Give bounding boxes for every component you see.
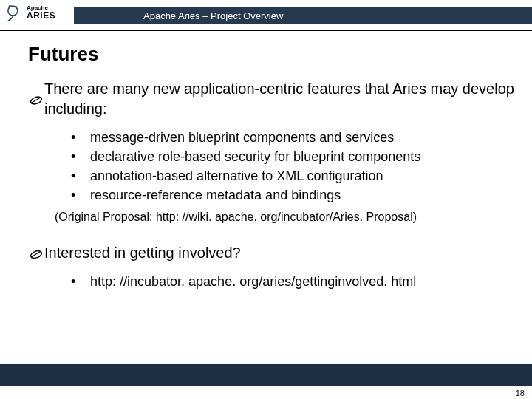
proposal-note: (Original Proposal: http: //wiki. apache…: [55, 211, 517, 224]
page-number: 18: [516, 389, 525, 398]
list-item: •message-driven blueprint components and…: [71, 128, 517, 147]
feature-text: message-driven blueprint components and …: [90, 128, 394, 147]
features-list: •message-driven blueprint components and…: [71, 128, 517, 205]
involved-item: Interested in getting involved?: [28, 243, 517, 263]
header-title: Apache Aries – Project Overview: [143, 10, 283, 21]
svg-point-0: [8, 6, 18, 16]
feature-text: declarative role-based security for blue…: [90, 147, 420, 166]
logo: Apache ARIES: [4, 3, 55, 22]
feather-bullet-icon: [28, 246, 44, 263]
aries-logo-icon: [4, 3, 24, 22]
involved-link: http: //incubator. apache. org/aries/get…: [90, 272, 416, 291]
bullet-dot-icon: •: [71, 147, 90, 166]
feature-text: resource-reference metadata and bindings: [90, 185, 341, 205]
feather-bullet-icon: [28, 82, 44, 119]
list-item: •annotation-based alternative to XML con…: [71, 166, 517, 185]
bullet-dot-icon: •: [71, 128, 90, 147]
feature-text: annotation-based alternative to XML conf…: [90, 166, 383, 185]
list-item: •declarative role-based security for blu…: [71, 147, 517, 166]
intro-text: There are many new application-centric f…: [44, 79, 517, 119]
involved-link-list: •http: //incubator. apache. org/aries/ge…: [71, 272, 517, 291]
list-item: •http: //incubator. apache. org/aries/ge…: [71, 272, 517, 291]
bullet-dot-icon: •: [71, 272, 90, 291]
logo-text-large: ARIES: [27, 11, 55, 20]
list-item: •resource-reference metadata and binding…: [71, 185, 517, 205]
intro-item: There are many new application-centric f…: [28, 79, 517, 119]
header: Apache ARIES Apache Aries – Project Over…: [0, 0, 532, 31]
bullet-dot-icon: •: [71, 185, 90, 205]
header-ribbon: Apache Aries – Project Overview: [74, 7, 532, 24]
involved-text: Interested in getting involved?: [44, 243, 241, 263]
footer-band: [0, 364, 532, 386]
bullet-dot-icon: •: [71, 166, 90, 185]
slide-content: There are many new application-centric f…: [0, 79, 532, 291]
slide-title: Futures: [28, 43, 532, 66]
